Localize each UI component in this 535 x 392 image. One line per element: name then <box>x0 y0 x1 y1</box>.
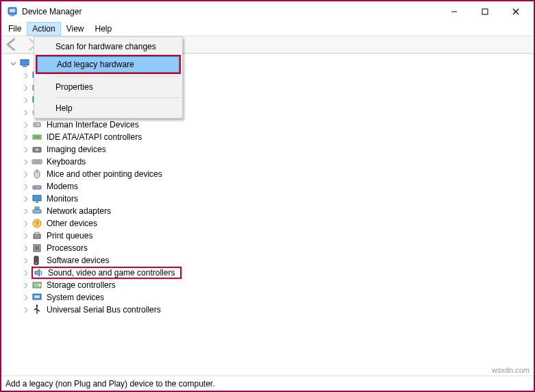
menu-file[interactable]: File <box>3 22 27 36</box>
chevron-right-icon[interactable] <box>22 220 29 228</box>
monitor-icon <box>32 193 42 204</box>
tree-item-ide[interactable]: IDE ATA/ATAPI controllers <box>5 131 534 143</box>
tree-item-label: Print queues <box>45 231 94 241</box>
chevron-right-icon[interactable] <box>22 257 29 265</box>
ide-icon <box>32 132 42 143</box>
chevron-right-icon[interactable] <box>22 121 29 129</box>
chevron-right-icon[interactable] <box>22 195 29 203</box>
mouse-icon <box>32 169 42 180</box>
chevron-right-icon[interactable] <box>22 72 29 79</box>
svg-rect-32 <box>33 210 41 213</box>
hid-icon <box>32 119 42 130</box>
imaging-icon <box>32 144 42 155</box>
chevron-right-icon[interactable] <box>22 232 29 240</box>
menu-action[interactable]: Action <box>27 22 60 36</box>
tree-item-monitor[interactable]: Monitors <box>5 193 534 205</box>
status-text: Add a legacy (non Plug and Play) device … <box>5 379 215 389</box>
tree-item-modem[interactable]: Modems <box>5 180 534 193</box>
tree-item-sound[interactable]: Sound, video and game controllers <box>5 267 534 279</box>
tree-item-label: IDE ATA/ATAPI controllers <box>45 132 143 142</box>
chevron-down-icon[interactable] <box>10 60 17 67</box>
svg-point-43 <box>39 284 41 286</box>
chevron-right-icon[interactable] <box>22 109 29 117</box>
svg-point-22 <box>36 149 38 151</box>
tree-item-label: Processors <box>45 243 89 253</box>
svg-rect-1 <box>10 9 15 12</box>
app-icon <box>7 6 18 17</box>
chevron-right-icon[interactable] <box>22 134 29 141</box>
svg-point-41 <box>36 262 37 264</box>
network-icon <box>32 206 42 217</box>
menu-add-legacy-hardware[interactable]: Add legacy hardware <box>37 56 179 73</box>
menubar: File Action View Help <box>1 22 534 36</box>
menu-view[interactable]: View <box>61 22 90 36</box>
svg-rect-37 <box>35 232 39 234</box>
tree-item-label: Imaging devices <box>45 145 108 154</box>
tree-item-usb[interactable]: Universal Serial Bus controllers <box>5 304 534 316</box>
status-bar: Add a legacy (non Plug and Play) device … <box>1 376 534 391</box>
tree-item-label: Network adapters <box>45 206 112 216</box>
tree-item-label: Monitors <box>45 194 79 204</box>
close-button[interactable] <box>500 2 531 21</box>
menu-properties[interactable]: Properties <box>36 79 181 95</box>
tree-item-network[interactable]: Network adapters <box>5 205 534 217</box>
chevron-right-icon[interactable] <box>22 171 29 178</box>
svg-rect-8 <box>23 66 27 67</box>
menu-help[interactable]: Help <box>36 100 181 117</box>
chevron-right-icon[interactable] <box>22 183 29 191</box>
maximize-button[interactable] <box>469 2 500 21</box>
chevron-right-icon[interactable] <box>22 158 29 166</box>
chevron-right-icon[interactable] <box>22 97 29 104</box>
tree-item-other[interactable]: ?Other devices <box>5 217 534 230</box>
chevron-right-icon[interactable] <box>22 208 29 215</box>
tree-item-label: Mice and other pointing devices <box>45 169 164 179</box>
chevron-right-icon[interactable] <box>22 282 29 289</box>
svg-text:?: ? <box>35 220 38 227</box>
tree-item-label: Universal Serial Bus controllers <box>45 305 162 315</box>
menu-separator <box>55 76 179 77</box>
titlebar: Device Manager <box>1 1 534 22</box>
usb-icon <box>32 304 42 315</box>
keyboard-icon <box>32 156 42 167</box>
svg-point-46 <box>36 305 38 307</box>
window: Device Manager File Action View Help Sca… <box>0 0 535 392</box>
menu-help[interactable]: Help <box>90 22 118 36</box>
chevron-right-icon[interactable] <box>22 146 29 154</box>
svg-rect-2 <box>10 15 14 16</box>
tree-item-label: Human Interface Devices <box>45 120 140 130</box>
back-button[interactable] <box>4 37 21 52</box>
watermark: wsxdn.com <box>492 366 530 374</box>
minimize-button[interactable] <box>438 2 469 21</box>
svg-rect-39 <box>35 246 39 250</box>
tree-item-label: System devices <box>45 293 105 302</box>
chevron-right-icon[interactable] <box>22 245 29 252</box>
chevron-right-icon[interactable] <box>22 84 29 92</box>
highlight-add-legacy: Add legacy hardware <box>36 55 181 74</box>
svg-rect-31 <box>36 201 38 203</box>
tree-item-software[interactable]: Software devices <box>5 254 534 267</box>
tree-item-label: Modems <box>45 182 79 191</box>
tree-item-keyboard[interactable]: Keyboards <box>5 156 534 168</box>
action-menu-dropdown: Scan for hardware changes Add legacy har… <box>34 36 183 119</box>
modem-icon <box>32 181 42 192</box>
tree-item-storage[interactable]: Storage controllers <box>5 279 534 291</box>
tree-item-label: Keyboards <box>45 157 87 167</box>
svg-rect-4 <box>482 9 488 14</box>
other-icon: ? <box>32 218 42 229</box>
tree-item-mouse[interactable]: Mice and other pointing devices <box>5 168 534 180</box>
svg-point-18 <box>35 124 36 125</box>
svg-rect-17 <box>34 123 40 127</box>
chevron-right-icon[interactable] <box>22 294 29 302</box>
chevron-right-icon[interactable] <box>22 269 29 277</box>
tree-item-cpu[interactable]: Processors <box>5 242 534 254</box>
tree-item-system[interactable]: System devices <box>5 291 534 304</box>
storage-icon <box>32 280 42 291</box>
tree-item-printer[interactable]: Print queues <box>5 230 534 242</box>
sound-icon <box>33 267 44 278</box>
menu-scan-hardware[interactable]: Scan for hardware changes <box>36 38 181 55</box>
tree-item-hid[interactable]: Human Interface Devices <box>5 119 534 131</box>
tree-item-imaging[interactable]: Imaging devices <box>5 143 534 156</box>
svg-rect-7 <box>21 60 29 65</box>
chevron-right-icon[interactable] <box>22 306 29 314</box>
svg-rect-30 <box>33 195 41 201</box>
